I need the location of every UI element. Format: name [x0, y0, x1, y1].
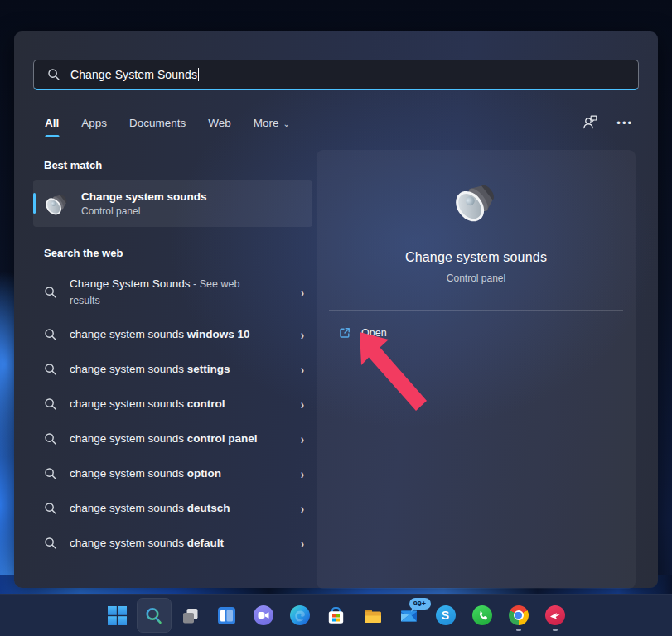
file-explorer-icon [363, 606, 383, 625]
widgets-button[interactable] [210, 599, 244, 632]
search-flyout-panel: Change System Sounds All Apps Documents … [14, 31, 658, 588]
web-suggestion-row[interactable]: change system sounds windows 10 › [33, 317, 312, 352]
chat-icon [254, 605, 273, 625]
web-suggestion-row[interactable]: Change System Sounds - See web results › [33, 267, 312, 317]
preview-subtitle: Control panel [317, 272, 636, 284]
skype-icon: S [436, 605, 456, 625]
search-input[interactable]: Change System Sounds [33, 60, 639, 90]
chrome-icon [509, 605, 529, 625]
store-button[interactable] [320, 599, 353, 632]
speaker-icon-large [452, 177, 500, 225]
task-view-button[interactable] [174, 599, 207, 632]
search-taskbar-button[interactable] [138, 599, 171, 632]
more-options-icon[interactable]: ••• [616, 117, 633, 129]
best-match-result[interactable]: Change system sounds Control panel [33, 180, 312, 227]
tab-apps[interactable]: Apps [80, 113, 108, 132]
whatsapp-button[interactable] [466, 599, 499, 632]
web-suggestions-list: Change System Sounds - See web results ›… [33, 267, 312, 561]
windows-logo-icon [108, 606, 127, 625]
search-icon [44, 328, 57, 341]
web-suggestion-row[interactable]: change system sounds control › [33, 387, 312, 422]
web-suggestion-row[interactable]: change system sounds control panel › [33, 422, 312, 456]
store-icon [326, 606, 346, 625]
chevron-right-icon: › [301, 285, 304, 301]
search-icon [44, 467, 57, 480]
edge-button[interactable] [283, 599, 317, 632]
chevron-right-icon: › [301, 397, 304, 412]
speaker-icon [44, 190, 70, 217]
web-suggestion-row[interactable]: change system sounds settings › [33, 352, 312, 387]
chevron-right-icon: › [301, 431, 304, 447]
search-icon [144, 606, 163, 625]
divider [329, 310, 623, 311]
chat-button[interactable] [247, 599, 280, 632]
open-label: Open [361, 327, 387, 339]
chevron-right-icon: › [301, 362, 304, 378]
external-link-icon [338, 326, 351, 340]
widgets-icon [217, 606, 236, 625]
chevron-right-icon: › [301, 327, 304, 343]
best-match-label: Best match [44, 159, 312, 171]
search-icon [47, 68, 60, 81]
search-icon [44, 432, 57, 446]
web-suggestion-row[interactable]: change system sounds deutsch › [33, 491, 312, 526]
search-icon [44, 286, 57, 299]
preview-title: Change system sounds [317, 250, 636, 265]
chevron-right-icon: › [301, 466, 304, 482]
chevron-right-icon: › [301, 501, 304, 517]
skype-button[interactable]: S [429, 599, 462, 632]
start-button[interactable] [101, 599, 134, 632]
preview-pane: Change system sounds Control panel Open [317, 150, 636, 589]
search-icon [44, 502, 57, 515]
search-filter-tabs: All Apps Documents Web More⌄ ••• [44, 109, 633, 136]
best-match-subtitle: Control panel [81, 205, 207, 217]
search-web-label: Search the web [44, 247, 312, 259]
running-indicator [553, 629, 558, 631]
mail-unread-badge: 99+ [409, 598, 431, 610]
web-suggestion-row[interactable]: change system sounds option › [33, 456, 312, 491]
edge-icon [290, 605, 310, 625]
best-match-title: Change system sounds [81, 190, 207, 203]
task-view-icon [181, 606, 200, 625]
results-column: Best match Change system sounds Control … [33, 154, 312, 561]
web-suggestion-row[interactable]: change system sounds default › [33, 526, 312, 561]
running-indicator [516, 629, 521, 631]
tab-web[interactable]: Web [207, 113, 232, 132]
search-icon [44, 363, 57, 376]
chrome-button[interactable] [502, 599, 535, 632]
desktop: { "colors": { "accent": "#4cc2ff", "arro… [0, 0, 672, 636]
text-caret [198, 68, 199, 81]
tab-more[interactable]: More⌄ [253, 113, 291, 132]
open-action[interactable]: Open [338, 326, 636, 340]
mail-button[interactable]: 99+ [393, 599, 426, 632]
whatsapp-icon [472, 605, 492, 625]
tab-documents[interactable]: Documents [128, 113, 186, 132]
snagit-icon [545, 605, 565, 625]
search-query-text: Change System Sounds [70, 68, 197, 81]
search-icon [44, 537, 57, 550]
taskbar: 99+ S [0, 594, 672, 636]
snagit-button[interactable] [539, 599, 572, 632]
chevron-down-icon: ⌄ [283, 119, 290, 128]
file-explorer-button[interactable] [356, 599, 389, 632]
user-account-icon[interactable] [583, 115, 598, 130]
tab-all[interactable]: All [44, 113, 60, 132]
chevron-right-icon: › [301, 536, 304, 552]
search-icon [44, 398, 57, 411]
